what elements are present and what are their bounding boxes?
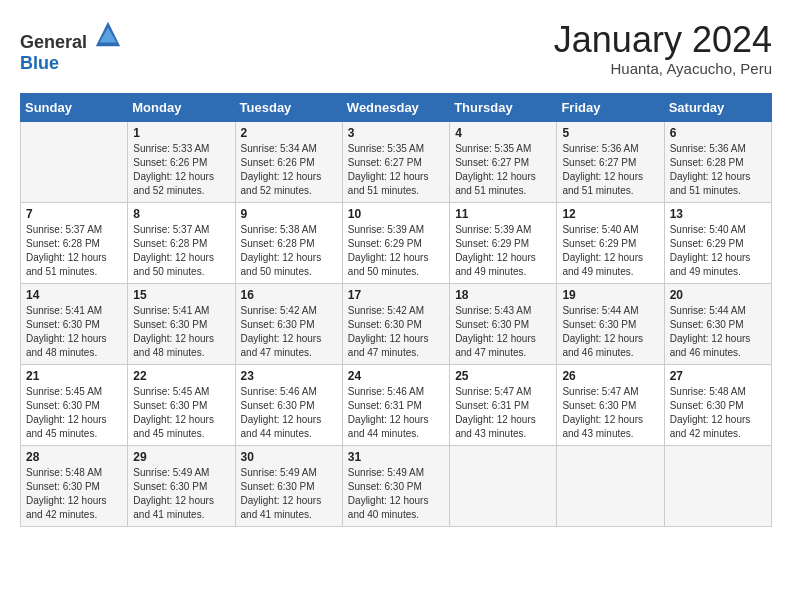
table-row: 25Sunrise: 5:47 AMSunset: 6:31 PMDayligh… bbox=[450, 364, 557, 445]
day-number: 23 bbox=[241, 369, 337, 383]
day-info: Sunrise: 5:41 AMSunset: 6:30 PMDaylight:… bbox=[26, 304, 122, 360]
header-monday: Monday bbox=[128, 93, 235, 121]
day-info: Sunrise: 5:37 AMSunset: 6:28 PMDaylight:… bbox=[26, 223, 122, 279]
table-row: 26Sunrise: 5:47 AMSunset: 6:30 PMDayligh… bbox=[557, 364, 664, 445]
day-number: 3 bbox=[348, 126, 444, 140]
day-number: 25 bbox=[455, 369, 551, 383]
weekday-header-row: Sunday Monday Tuesday Wednesday Thursday… bbox=[21, 93, 772, 121]
table-row: 19Sunrise: 5:44 AMSunset: 6:30 PMDayligh… bbox=[557, 283, 664, 364]
month-title: January 2024 bbox=[554, 20, 772, 60]
day-number: 19 bbox=[562, 288, 658, 302]
logo-icon bbox=[94, 20, 122, 48]
table-row: 12Sunrise: 5:40 AMSunset: 6:29 PMDayligh… bbox=[557, 202, 664, 283]
day-info: Sunrise: 5:36 AMSunset: 6:27 PMDaylight:… bbox=[562, 142, 658, 198]
day-info: Sunrise: 5:35 AMSunset: 6:27 PMDaylight:… bbox=[348, 142, 444, 198]
day-number: 31 bbox=[348, 450, 444, 464]
day-number: 29 bbox=[133, 450, 229, 464]
table-row: 8Sunrise: 5:37 AMSunset: 6:28 PMDaylight… bbox=[128, 202, 235, 283]
logo-blue: Blue bbox=[20, 53, 59, 73]
table-row: 1Sunrise: 5:33 AMSunset: 6:26 PMDaylight… bbox=[128, 121, 235, 202]
table-row: 15Sunrise: 5:41 AMSunset: 6:30 PMDayligh… bbox=[128, 283, 235, 364]
calendar-header: Sunday Monday Tuesday Wednesday Thursday… bbox=[21, 93, 772, 121]
day-number: 2 bbox=[241, 126, 337, 140]
day-info: Sunrise: 5:46 AMSunset: 6:31 PMDaylight:… bbox=[348, 385, 444, 441]
table-row bbox=[450, 445, 557, 526]
day-info: Sunrise: 5:48 AMSunset: 6:30 PMDaylight:… bbox=[26, 466, 122, 522]
table-row: 4Sunrise: 5:35 AMSunset: 6:27 PMDaylight… bbox=[450, 121, 557, 202]
location-subtitle: Huanta, Ayacucho, Peru bbox=[554, 60, 772, 77]
table-row: 7Sunrise: 5:37 AMSunset: 6:28 PMDaylight… bbox=[21, 202, 128, 283]
day-number: 11 bbox=[455, 207, 551, 221]
table-row bbox=[557, 445, 664, 526]
table-row: 21Sunrise: 5:45 AMSunset: 6:30 PMDayligh… bbox=[21, 364, 128, 445]
day-number: 17 bbox=[348, 288, 444, 302]
day-info: Sunrise: 5:41 AMSunset: 6:30 PMDaylight:… bbox=[133, 304, 229, 360]
calendar-week-row: 7Sunrise: 5:37 AMSunset: 6:28 PMDaylight… bbox=[21, 202, 772, 283]
calendar-week-row: 28Sunrise: 5:48 AMSunset: 6:30 PMDayligh… bbox=[21, 445, 772, 526]
day-info: Sunrise: 5:37 AMSunset: 6:28 PMDaylight:… bbox=[133, 223, 229, 279]
table-row: 11Sunrise: 5:39 AMSunset: 6:29 PMDayligh… bbox=[450, 202, 557, 283]
day-info: Sunrise: 5:45 AMSunset: 6:30 PMDaylight:… bbox=[26, 385, 122, 441]
day-info: Sunrise: 5:45 AMSunset: 6:30 PMDaylight:… bbox=[133, 385, 229, 441]
table-row: 2Sunrise: 5:34 AMSunset: 6:26 PMDaylight… bbox=[235, 121, 342, 202]
header-tuesday: Tuesday bbox=[235, 93, 342, 121]
day-number: 8 bbox=[133, 207, 229, 221]
day-number: 18 bbox=[455, 288, 551, 302]
day-number: 24 bbox=[348, 369, 444, 383]
day-info: Sunrise: 5:34 AMSunset: 6:26 PMDaylight:… bbox=[241, 142, 337, 198]
day-info: Sunrise: 5:33 AMSunset: 6:26 PMDaylight:… bbox=[133, 142, 229, 198]
table-row: 3Sunrise: 5:35 AMSunset: 6:27 PMDaylight… bbox=[342, 121, 449, 202]
table-row bbox=[664, 445, 771, 526]
table-row: 23Sunrise: 5:46 AMSunset: 6:30 PMDayligh… bbox=[235, 364, 342, 445]
day-info: Sunrise: 5:49 AMSunset: 6:30 PMDaylight:… bbox=[241, 466, 337, 522]
table-row: 27Sunrise: 5:48 AMSunset: 6:30 PMDayligh… bbox=[664, 364, 771, 445]
day-number: 13 bbox=[670, 207, 766, 221]
day-info: Sunrise: 5:40 AMSunset: 6:29 PMDaylight:… bbox=[562, 223, 658, 279]
day-number: 12 bbox=[562, 207, 658, 221]
day-number: 28 bbox=[26, 450, 122, 464]
day-info: Sunrise: 5:46 AMSunset: 6:30 PMDaylight:… bbox=[241, 385, 337, 441]
day-info: Sunrise: 5:35 AMSunset: 6:27 PMDaylight:… bbox=[455, 142, 551, 198]
header-saturday: Saturday bbox=[664, 93, 771, 121]
table-row: 10Sunrise: 5:39 AMSunset: 6:29 PMDayligh… bbox=[342, 202, 449, 283]
day-info: Sunrise: 5:42 AMSunset: 6:30 PMDaylight:… bbox=[241, 304, 337, 360]
header-thursday: Thursday bbox=[450, 93, 557, 121]
day-number: 10 bbox=[348, 207, 444, 221]
day-number: 15 bbox=[133, 288, 229, 302]
header-wednesday: Wednesday bbox=[342, 93, 449, 121]
day-number: 1 bbox=[133, 126, 229, 140]
table-row: 31Sunrise: 5:49 AMSunset: 6:30 PMDayligh… bbox=[342, 445, 449, 526]
table-row: 17Sunrise: 5:42 AMSunset: 6:30 PMDayligh… bbox=[342, 283, 449, 364]
table-row: 30Sunrise: 5:49 AMSunset: 6:30 PMDayligh… bbox=[235, 445, 342, 526]
day-info: Sunrise: 5:44 AMSunset: 6:30 PMDaylight:… bbox=[562, 304, 658, 360]
table-row: 6Sunrise: 5:36 AMSunset: 6:28 PMDaylight… bbox=[664, 121, 771, 202]
logo-general: General bbox=[20, 32, 87, 52]
table-row: 13Sunrise: 5:40 AMSunset: 6:29 PMDayligh… bbox=[664, 202, 771, 283]
day-number: 22 bbox=[133, 369, 229, 383]
table-row: 14Sunrise: 5:41 AMSunset: 6:30 PMDayligh… bbox=[21, 283, 128, 364]
day-info: Sunrise: 5:43 AMSunset: 6:30 PMDaylight:… bbox=[455, 304, 551, 360]
table-row: 24Sunrise: 5:46 AMSunset: 6:31 PMDayligh… bbox=[342, 364, 449, 445]
table-row: 28Sunrise: 5:48 AMSunset: 6:30 PMDayligh… bbox=[21, 445, 128, 526]
title-block: January 2024 Huanta, Ayacucho, Peru bbox=[554, 20, 772, 77]
calendar-week-row: 21Sunrise: 5:45 AMSunset: 6:30 PMDayligh… bbox=[21, 364, 772, 445]
day-number: 4 bbox=[455, 126, 551, 140]
day-info: Sunrise: 5:36 AMSunset: 6:28 PMDaylight:… bbox=[670, 142, 766, 198]
day-info: Sunrise: 5:47 AMSunset: 6:30 PMDaylight:… bbox=[562, 385, 658, 441]
day-info: Sunrise: 5:38 AMSunset: 6:28 PMDaylight:… bbox=[241, 223, 337, 279]
day-info: Sunrise: 5:48 AMSunset: 6:30 PMDaylight:… bbox=[670, 385, 766, 441]
day-number: 9 bbox=[241, 207, 337, 221]
day-info: Sunrise: 5:39 AMSunset: 6:29 PMDaylight:… bbox=[348, 223, 444, 279]
day-number: 27 bbox=[670, 369, 766, 383]
day-info: Sunrise: 5:47 AMSunset: 6:31 PMDaylight:… bbox=[455, 385, 551, 441]
logo-text: General Blue bbox=[20, 20, 122, 74]
day-number: 16 bbox=[241, 288, 337, 302]
day-number: 21 bbox=[26, 369, 122, 383]
table-row: 5Sunrise: 5:36 AMSunset: 6:27 PMDaylight… bbox=[557, 121, 664, 202]
day-info: Sunrise: 5:49 AMSunset: 6:30 PMDaylight:… bbox=[133, 466, 229, 522]
day-info: Sunrise: 5:42 AMSunset: 6:30 PMDaylight:… bbox=[348, 304, 444, 360]
logo: General Blue bbox=[20, 20, 122, 74]
table-row: 20Sunrise: 5:44 AMSunset: 6:30 PMDayligh… bbox=[664, 283, 771, 364]
day-info: Sunrise: 5:44 AMSunset: 6:30 PMDaylight:… bbox=[670, 304, 766, 360]
day-number: 5 bbox=[562, 126, 658, 140]
